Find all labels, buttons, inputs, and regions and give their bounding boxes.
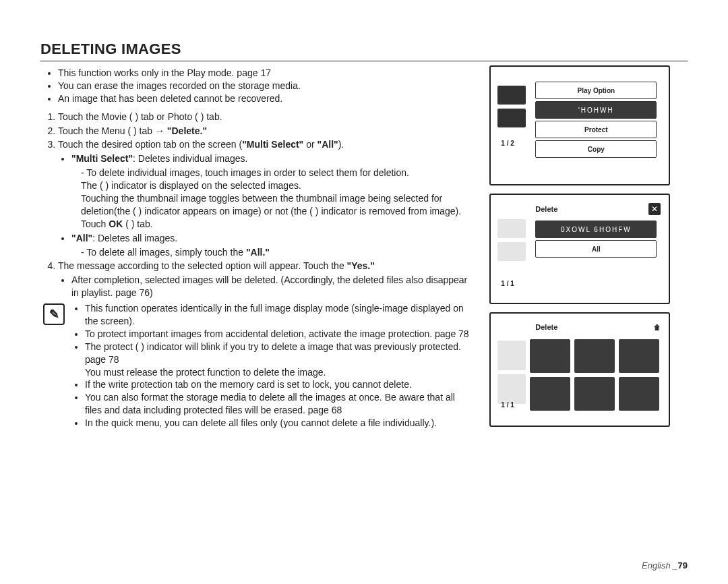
steps-list: Touch the Movie ( ) tab or Photo ( ) tab… [40,111,469,299]
menu-item-all[interactable]: All [535,240,657,258]
menu-item-copy[interactable]: Copy [535,140,657,158]
intro-bullet: You can erase the images recorded on the… [58,80,469,92]
step4-sub-item: After completion, selected images will b… [71,274,469,299]
device-screen-play-option: 1 / 2 Play Option 'HOHWH Protect Copy [489,65,670,185]
left-column: This function works only in the Play mod… [40,65,469,430]
intro-bullets: This function works only in the Play mod… [40,67,469,105]
right-column: 1 / 2 Play Option 'HOHWH Protect Copy De… [469,65,688,430]
note-icon: ✎ [43,303,65,325]
close-icon[interactable]: ✕ [648,203,661,215]
intro-bullet: This function works only in the Play mod… [58,67,469,80]
title-rule [40,61,688,61]
note-item: This function operates identically in th… [85,302,469,328]
note-item: If the write protection tab on the memor… [85,378,469,391]
step3-multiselect-dash: To delete individual images, touch image… [71,167,469,230]
thumbnail[interactable] [530,339,570,373]
step-2: Touch the Menu ( ) tab → "Delete." [58,125,469,138]
step3-dash-item: To delete individual images, touch image… [81,167,469,230]
step3-all-dash: To delete all images, simply touch the "… [71,246,469,259]
step-4: The message according to the selected op… [58,260,469,299]
menu-item-play-option[interactable]: Play Option [535,82,657,99]
side-tabs [497,341,526,404]
menu-item-protect[interactable]: Protect [535,121,657,138]
trash-icon[interactable]: 🗑 [654,324,661,331]
page-footer: English _79 [642,560,688,571]
device-screen-delete-grid: Delete 🗑 1 / 1 [489,312,670,427]
page-counter: 1 / 2 [501,140,514,147]
screen-header: Delete 🗑 [535,323,661,331]
step3-sub: "Multi Select": Deletes individual image… [58,152,469,258]
step3-all: "All": Deletes all images. To delete all… [71,232,469,259]
page-counter: 1 / 1 [501,280,514,287]
thumbnail[interactable] [619,339,659,373]
page-root: DELETING IMAGES This function works only… [0,0,728,584]
note-item: You can also format the storage media to… [85,391,469,417]
menu-item-delete[interactable]: 'HOHWH [535,101,657,119]
step-1: Touch the Movie ( ) tab or Photo ( ) tab… [58,111,469,123]
photo-tab-icon[interactable] [497,374,526,404]
thumbnail[interactable] [619,377,659,411]
movie-tab-icon[interactable] [497,219,526,238]
step3-multiselect: "Multi Select": Deletes individual image… [71,152,469,230]
note-block: ✎ This function operates identically in … [40,302,469,430]
photo-tab-icon[interactable] [497,109,526,127]
device-screen-delete-options: Delete ✕ 1 / 1 0XOWL 6HOHFW All [489,194,670,304]
screen-header: Delete ✕ [535,203,661,215]
thumbnail[interactable] [574,377,615,411]
movie-tab-icon[interactable] [497,341,526,370]
movie-tab-icon[interactable] [497,86,526,105]
note-item: The protect ( ) indicator will blink if … [85,341,469,379]
menu-item-multi-select[interactable]: 0XOWL 6HOHFW [535,221,657,238]
thumbnail[interactable] [530,377,570,411]
menu-list: 0XOWL 6HOHFW All [535,221,657,258]
note-item: To protect important images from acciden… [85,328,469,341]
note-item: In the quick menu, you can delete all fi… [85,417,469,430]
step4-sub: After completion, selected images will b… [58,274,469,299]
side-tabs [497,86,526,127]
step3-dash-item: To delete all images, simply touch the "… [81,246,469,259]
intro-bullet: An image that has been deleted cannot be… [58,92,469,105]
page-counter: 1 / 1 [501,401,514,409]
section-title: DELETING IMAGES [40,40,688,58]
photo-tab-icon[interactable] [497,242,526,261]
note-list: This function operates identically in th… [71,302,469,430]
menu-list: Play Option 'HOHWH Protect Copy [535,82,657,158]
thumbnail[interactable] [574,339,615,373]
screen-title: Delete [535,323,557,331]
content-row: This function works only in the Play mod… [40,65,688,430]
side-tabs [497,219,526,261]
thumbnail-grid [530,339,659,411]
step-3: Touch the desired option tab on the scre… [58,138,469,258]
screen-title: Delete [535,205,557,213]
